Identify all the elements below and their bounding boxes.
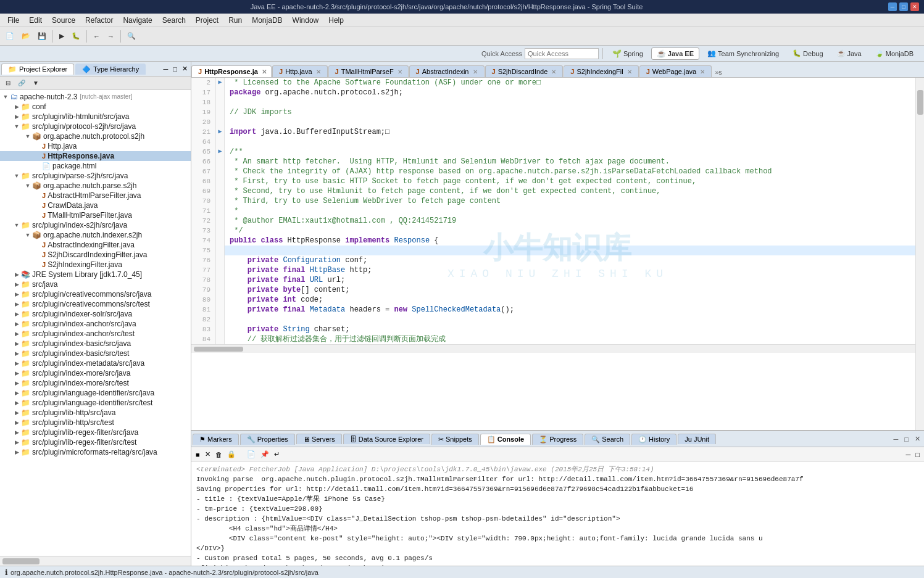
tree-srcjava[interactable]: ▶ 📁 src/java xyxy=(0,279,191,289)
console-open-file-btn[interactable]: 📄 xyxy=(245,450,257,459)
toolbar-search[interactable]: 🔍 xyxy=(124,30,139,42)
tree-tmall[interactable]: J TMallHtmlParseFilter.java xyxy=(0,210,191,220)
tree-http-java[interactable]: J Http.java xyxy=(0,141,191,151)
tree-panel[interactable]: ▼ 🗂 apache-nutch-2.3 [nutch-ajax master]… xyxy=(0,90,191,556)
tree-lang1[interactable]: ▶ 📁 src/plugin/language-identifier/src/j… xyxy=(0,388,191,398)
tab-webpage[interactable]: J WebPage.java ✕ xyxy=(639,65,712,77)
console-minimize-btn[interactable]: ─ xyxy=(904,450,913,459)
tree-more2[interactable]: ▶ 📁 src/plugin/index-more/src/test xyxy=(0,378,191,388)
toolbar-new[interactable]: 📄 xyxy=(2,30,17,42)
tree-s2jhdiscard[interactable]: J S2jhDiscardIndexingFilter.java xyxy=(0,250,191,260)
close-button[interactable]: ✕ xyxy=(910,2,919,11)
tree-abstracthtml[interactable]: J AbstractHtmlParseFilter.java xyxy=(0,191,191,200)
tree-jre[interactable]: ▶ 📚 JRE System Library [jdk1.7.0_45] xyxy=(0,270,191,279)
tree-s2jhindex[interactable]: J S2jhIndexingFilter.java xyxy=(0,260,191,270)
editor-hscrollbar[interactable] xyxy=(191,344,924,353)
menu-search[interactable]: Search xyxy=(157,15,191,26)
maximize-button[interactable]: □ xyxy=(899,2,908,11)
console-word-wrap-btn[interactable]: ↵ xyxy=(272,450,281,459)
tree-anchor1[interactable]: ▶ 📁 src/plugin/index-anchor/src/java xyxy=(0,319,191,329)
tree-solr[interactable]: ▶ 📁 src/plugin/indexer-solr/src/java xyxy=(0,309,191,319)
tab-search[interactable]: 🔍 Search xyxy=(585,434,630,445)
tab-console[interactable]: 📋 Console xyxy=(480,434,531,445)
tab-progress[interactable]: ⏳ Progress xyxy=(532,434,583,445)
tree-basic2[interactable]: ▶ 📁 src/plugin/index-basic/src/test xyxy=(0,349,191,358)
collapse-all-btn[interactable]: ⊟ xyxy=(2,78,14,88)
quick-access-input[interactable] xyxy=(525,48,599,59)
tree-pkg-parse[interactable]: ▼ 📦 org.apache.nutch.parse.s2jh xyxy=(0,181,191,191)
tree-basic1[interactable]: ▶ 📁 src/plugin/index-basic/src/java xyxy=(0,339,191,349)
tree-libhtmlunit[interactable]: ▶ 📁 src/plugin/lib-htmlunit/src/java xyxy=(0,112,191,122)
menu-file[interactable]: File xyxy=(2,15,24,26)
tree-index-s2jh[interactable]: ▼ 📁 src/plugin/index-s2jh/src/java xyxy=(0,220,191,230)
tree-httpresponse-java[interactable]: J HttpResponse.java xyxy=(0,151,191,161)
tree-protocols2jh[interactable]: ▼ 📁 src/plugin/protocol-s2jh/src/java xyxy=(0,122,191,131)
tab-junit[interactable]: Ju JUnit xyxy=(678,434,716,444)
close-http-tab[interactable]: ✕ xyxy=(316,68,321,75)
minimize-left-panel[interactable]: ─ xyxy=(162,64,170,73)
perspective-team[interactable]: 👥 Team Synchronizing xyxy=(702,47,785,59)
menu-source[interactable]: Source xyxy=(47,15,80,26)
close-httpresponse-tab[interactable]: ✕ xyxy=(262,68,267,75)
tree-micro[interactable]: ▶ 📁 src/plugin/microformats-reltag/src/j… xyxy=(0,447,191,457)
tab-markers[interactable]: ⚑ Markers xyxy=(193,434,239,445)
perspective-debug[interactable]: 🐛 Debug xyxy=(787,47,828,59)
editor-tabs-overflow[interactable]: »s xyxy=(712,67,725,77)
perspective-javaee[interactable]: ☕ Java EE xyxy=(651,47,699,60)
tree-cc2[interactable]: ▶ 📁 src/plugin/creativecommons/src/test xyxy=(0,299,191,309)
toolbar-run[interactable]: ▶ xyxy=(56,30,67,42)
console-output[interactable]: <terminated> FetcherJob [Java Applicatio… xyxy=(191,462,924,566)
maximize-bottom[interactable]: □ xyxy=(902,434,911,444)
maximize-left-panel[interactable]: □ xyxy=(171,64,179,73)
tree-item-root[interactable]: ▼ 🗂 apache-nutch-2.3 [nutch-ajax master] xyxy=(0,91,191,102)
tab-s2jhdiscard[interactable]: J S2jhDiscardInde ✕ xyxy=(485,65,564,77)
console-maximize-btn[interactable]: □ xyxy=(914,450,922,459)
close-s2jhdiscard-tab[interactable]: ✕ xyxy=(551,68,556,75)
menu-refactor[interactable]: Refactor xyxy=(80,15,118,26)
menu-monjadb[interactable]: MonjaDB xyxy=(247,15,287,26)
tab-http[interactable]: J Http.java ✕ xyxy=(272,65,328,77)
tree-cc1[interactable]: ▶ 📁 src/plugin/creativecommons/src/java xyxy=(0,289,191,299)
tree-regex2[interactable]: ▶ 📁 src/plugin/lib-regex-filter/src/test xyxy=(0,437,191,447)
close-s2jhindex-tab[interactable]: ✕ xyxy=(627,68,632,75)
close-tmall-tab[interactable]: ✕ xyxy=(397,68,402,75)
editor-scrollbar[interactable] xyxy=(915,78,924,430)
tab-project-explorer[interactable]: 📁 Project Explorer xyxy=(1,64,74,75)
tab-snippets[interactable]: ✂ Snippets xyxy=(431,434,479,445)
close-left-panel[interactable]: ✕ xyxy=(180,64,189,73)
tab-properties[interactable]: 🔧 Properties xyxy=(240,434,295,445)
tab-history[interactable]: 🕐 History xyxy=(631,434,676,445)
perspective-monjadb[interactable]: 🍃 MonjaDB xyxy=(870,47,919,59)
tree-libhttp2[interactable]: ▶ 📁 src/plugin/lib-http/src/test xyxy=(0,418,191,427)
toolbar-save[interactable]: 💾 xyxy=(35,30,49,42)
tree-conf[interactable]: ▶ 📁 conf xyxy=(0,102,191,112)
tab-datasource[interactable]: 🗄 Data Source Explorer xyxy=(343,434,430,444)
tab-type-hierarchy[interactable]: 🔷 Type Hierarchy xyxy=(75,64,146,75)
close-bottom[interactable]: ✕ xyxy=(912,434,923,444)
console-remove-btn[interactable]: ✕ xyxy=(203,450,212,459)
link-editor-btn[interactable]: 🔗 xyxy=(15,78,28,88)
tab-s2jhindex[interactable]: J S2jhIndexingFil ✕ xyxy=(564,65,638,77)
tab-httpresponse[interactable]: J HttpResponse.ja ✕ xyxy=(191,65,272,77)
toolbar-forward[interactable]: → xyxy=(104,31,117,42)
code-editor[interactable]: 小牛知识库 XIAO NIU ZHI SHI KU 2 ▶ * Licensed… xyxy=(191,78,924,430)
tree-abstractindex[interactable]: J AbstractIndexingFilter.java xyxy=(0,240,191,250)
tree-anchor2[interactable]: ▶ 📁 src/plugin/index-anchor/src/test xyxy=(0,329,191,339)
perspective-spring[interactable]: 🌱 Spring xyxy=(607,47,649,60)
menu-help[interactable]: Help xyxy=(323,15,349,26)
menu-project[interactable]: Project xyxy=(191,15,223,26)
console-pin-btn[interactable]: 📌 xyxy=(259,450,271,459)
menu-navigate[interactable]: Navigate xyxy=(118,15,157,26)
tree-regex1[interactable]: ▶ 📁 src/plugin/lib-regex-filter/src/java xyxy=(0,427,191,437)
tree-more1[interactable]: ▶ 📁 src/plugin/index-more/src/java xyxy=(0,368,191,378)
tree-lang2[interactable]: ▶ 📁 src/plugin/language-identifier/src/t… xyxy=(0,398,191,408)
minimize-button[interactable]: ─ xyxy=(888,2,897,11)
menu-run[interactable]: Run xyxy=(223,15,247,26)
tree-pkg-indexer[interactable]: ▼ 📦 org.apache.nutch.indexer.s2jh xyxy=(0,230,191,240)
toolbar-open[interactable]: 📂 xyxy=(19,30,33,42)
left-scrollbar[interactable] xyxy=(0,556,191,566)
tree-package-html[interactable]: 📄 package.html xyxy=(0,161,191,171)
menu-window[interactable]: Window xyxy=(288,15,324,26)
tree-parse-s2jh[interactable]: ▼ 📁 src/plugin/parse-s2jh/src/java xyxy=(0,171,191,181)
tree-libhttp1[interactable]: ▶ 📁 src/plugin/lib-http/src/java xyxy=(0,408,191,418)
